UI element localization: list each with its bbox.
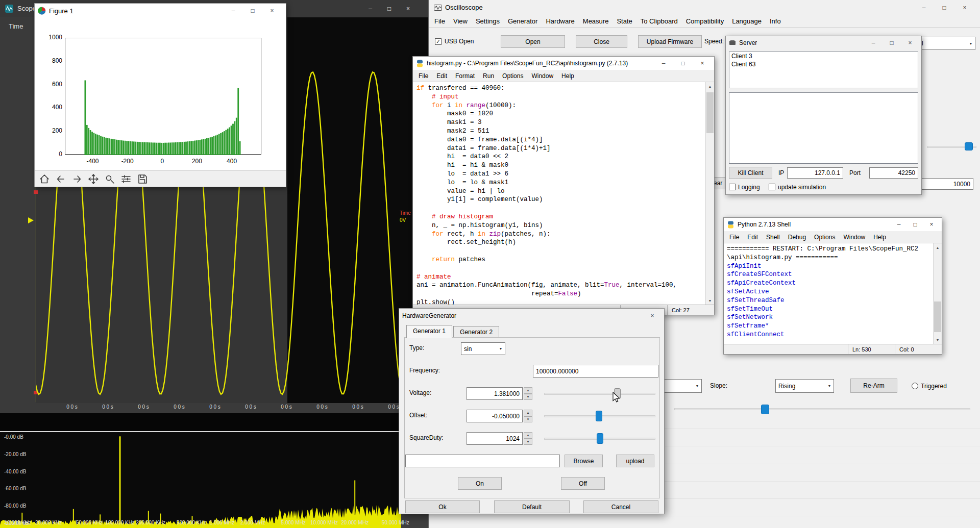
voltage-field[interactable]: 1.381000 bbox=[467, 387, 523, 400]
minimize-icon[interactable]: – bbox=[891, 218, 907, 231]
trigger-position-thumb[interactable] bbox=[761, 405, 769, 414]
ok-button[interactable]: Ok bbox=[405, 500, 480, 513]
squareduty-slider-thumb[interactable] bbox=[597, 433, 603, 444]
minimize-icon[interactable]: – bbox=[864, 36, 883, 49]
menu-file[interactable]: File bbox=[430, 16, 449, 27]
list-item-client[interactable]: Client 63 bbox=[729, 60, 918, 68]
spin-down-icon[interactable]: ▼ bbox=[524, 416, 532, 423]
server-log-listbox[interactable] bbox=[729, 92, 918, 164]
trigger-level-marker[interactable] bbox=[28, 217, 34, 223]
on-button[interactable]: On bbox=[458, 477, 502, 490]
menu-help[interactable]: Help bbox=[557, 71, 578, 81]
menu-generator[interactable]: Generator bbox=[504, 16, 542, 27]
close-icon[interactable]: × bbox=[644, 309, 661, 323]
spin-up-icon[interactable]: ▲ bbox=[524, 432, 532, 439]
menu-settings[interactable]: Settings bbox=[472, 16, 504, 27]
squareduty-field[interactable]: 1024 bbox=[467, 432, 523, 445]
zoom-icon[interactable] bbox=[103, 172, 116, 186]
menu-file[interactable]: File bbox=[725, 232, 743, 242]
offset-slider-thumb[interactable] bbox=[596, 411, 602, 421]
menu-help[interactable]: Help bbox=[869, 232, 890, 242]
editor-scrollbar[interactable]: ▲ ▼ bbox=[705, 82, 714, 305]
pan-icon[interactable] bbox=[87, 172, 100, 186]
type-combobox[interactable]: sin▼ bbox=[461, 342, 505, 355]
minimize-icon[interactable]: – bbox=[654, 57, 673, 70]
menu-state[interactable]: State bbox=[612, 16, 636, 27]
close-icon[interactable]: × bbox=[693, 57, 712, 70]
trigger-position-track[interactable] bbox=[674, 408, 970, 410]
tab-generator-1[interactable]: Generator 1 bbox=[406, 325, 452, 338]
menu-hardware[interactable]: Hardware bbox=[542, 16, 578, 27]
close-icon[interactable]: × bbox=[262, 4, 282, 18]
dialog-titlebar[interactable]: HardwareGenerator × bbox=[399, 309, 664, 323]
spin-up-icon[interactable]: ▲ bbox=[524, 410, 532, 416]
menu-format[interactable]: Format bbox=[451, 71, 479, 81]
close-icon[interactable]: × bbox=[923, 218, 940, 231]
kill-client-button[interactable]: Kill Client bbox=[729, 167, 772, 179]
scroll-down-icon[interactable]: ▼ bbox=[706, 296, 714, 305]
menu-view[interactable]: View bbox=[449, 16, 472, 27]
shell-titlebar[interactable]: Python 2.7.13 Shell – □ × bbox=[724, 218, 942, 231]
spin-up-icon[interactable]: ▲ bbox=[524, 387, 532, 394]
cancel-button[interactable]: Cancel bbox=[583, 500, 658, 513]
frequency-field[interactable]: 100000.000000 bbox=[533, 365, 658, 378]
spin-down-icon[interactable]: ▼ bbox=[524, 439, 532, 445]
usb-open-checkbox[interactable]: ✓ bbox=[435, 38, 442, 45]
close-icon[interactable]: × bbox=[901, 36, 919, 49]
port-field[interactable]: 42250 bbox=[869, 167, 918, 179]
maximize-icon[interactable]: □ bbox=[883, 36, 901, 49]
client-listbox[interactable]: Client 3Client 63 bbox=[729, 52, 918, 88]
save-icon[interactable] bbox=[136, 172, 149, 186]
menu-shell[interactable]: Shell bbox=[762, 232, 784, 242]
browse-button[interactable]: Browse bbox=[565, 455, 603, 467]
menu-edit[interactable]: Edit bbox=[432, 71, 451, 81]
file-path-field[interactable] bbox=[405, 455, 560, 467]
menu-compatibility[interactable]: Compatibility bbox=[682, 16, 728, 27]
frame-slider-thumb[interactable] bbox=[965, 142, 973, 150]
slope-combobox[interactable]: Rising▼ bbox=[775, 379, 834, 393]
menu-language[interactable]: Language bbox=[728, 16, 766, 27]
list-item-client[interactable]: Client 3 bbox=[729, 52, 918, 60]
upload-firmware-button[interactable]: Upload Firmware bbox=[638, 35, 702, 48]
menu-info[interactable]: Info bbox=[766, 16, 785, 27]
open-button[interactable]: Open bbox=[501, 35, 565, 48]
editor-titlebar[interactable]: histogram.py - C:\Program Files\ScopeFun… bbox=[413, 57, 714, 70]
scroll-down-icon[interactable]: ▼ bbox=[934, 336, 942, 344]
close-icon[interactable]: × bbox=[954, 0, 975, 15]
upload-button[interactable]: upload bbox=[616, 455, 654, 467]
ip-field[interactable]: 127.0.0.1 bbox=[787, 167, 843, 179]
forward-icon[interactable] bbox=[70, 172, 84, 186]
menu-options[interactable]: Options bbox=[810, 232, 839, 242]
samples-field[interactable]: 10000 bbox=[914, 178, 973, 190]
menu-window[interactable]: Window bbox=[527, 71, 557, 81]
maximize-icon[interactable]: □ bbox=[907, 218, 923, 231]
shell-text-area[interactable]: =========== RESTART: C:\Program Files\Sc… bbox=[724, 243, 933, 344]
menu-measure[interactable]: Measure bbox=[579, 16, 613, 27]
minimize-icon[interactable]: – bbox=[914, 0, 934, 15]
menu-edit[interactable]: Edit bbox=[743, 232, 762, 242]
configure-icon[interactable] bbox=[119, 172, 133, 186]
oscilloscope-titlebar[interactable]: Oscilloscope – □ × bbox=[429, 0, 980, 15]
maximize-icon[interactable]: □ bbox=[243, 4, 262, 18]
maximize-icon[interactable]: □ bbox=[673, 57, 693, 70]
scrollbar-thumb[interactable] bbox=[706, 92, 714, 133]
squareduty-spinner[interactable]: ▲▼ bbox=[524, 432, 532, 445]
triggered-radio[interactable] bbox=[912, 383, 918, 389]
voltage-spinner[interactable]: ▲▼ bbox=[524, 387, 532, 400]
scope-time-menu[interactable]: Time bbox=[9, 22, 23, 30]
scrollbar-thumb[interactable] bbox=[934, 301, 941, 332]
spin-down-icon[interactable]: ▼ bbox=[524, 394, 532, 400]
menu-debug[interactable]: Debug bbox=[784, 232, 810, 242]
close-icon[interactable]: × bbox=[399, 0, 418, 17]
offset-field[interactable]: -0.050000 bbox=[467, 410, 523, 422]
tab-generator-2[interactable]: Generator 2 bbox=[453, 326, 499, 338]
close-button[interactable]: Close bbox=[576, 35, 627, 48]
scroll-up-icon[interactable]: ▲ bbox=[706, 82, 714, 90]
maximize-icon[interactable]: □ bbox=[934, 0, 954, 15]
default-button[interactable]: Default bbox=[494, 500, 570, 513]
offset-spinner[interactable]: ▲▼ bbox=[524, 410, 532, 422]
logging-checkbox[interactable] bbox=[729, 184, 736, 190]
shell-scrollbar[interactable]: ▲ ▼ bbox=[933, 243, 942, 344]
menu-run[interactable]: Run bbox=[479, 71, 498, 81]
menu-options[interactable]: Options bbox=[498, 71, 527, 81]
